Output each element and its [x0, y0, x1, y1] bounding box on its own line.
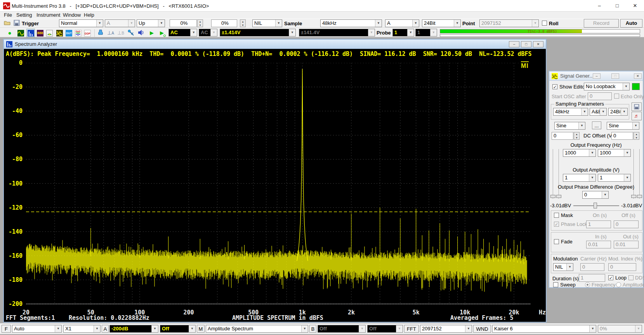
coupling-a-combo[interactable]: AC▼ — [168, 29, 197, 36]
trigger-level-spinner[interactable]: ▴ ▾ — [197, 19, 203, 27]
mask-on-field[interactable]: 1 — [586, 220, 611, 228]
siggen-channel-combo[interactable]: A&B▼ — [590, 108, 607, 116]
carrier-field[interactable]: 0 — [580, 263, 604, 271]
channel-combo[interactable]: A▼ — [385, 19, 419, 27]
level-slider-track-a1[interactable] — [553, 149, 554, 199]
show-editor-checkbox[interactable]: ✓ — [552, 84, 557, 89]
ground-b-button[interactable]: ⊥B — [116, 29, 125, 37]
app-close-button[interactable]: ✕ — [626, 0, 644, 12]
trigger-delay-spinner[interactable]: ▴ ▾ — [240, 19, 246, 27]
dc-offset-b-spinner[interactable]: ▴ ▾ — [634, 132, 639, 140]
siggen-run-button[interactable] — [632, 83, 640, 90]
modulation-combo[interactable]: NIL▼ — [553, 263, 573, 271]
sweep-checkbox[interactable] — [553, 282, 558, 287]
siggen-save-button[interactable] — [632, 102, 642, 111]
phase-combo[interactable]: 0▼ — [582, 191, 609, 199]
loop-checkbox[interactable]: ✓ — [608, 275, 613, 280]
level-slider-thumb-a2[interactable] — [556, 195, 561, 198]
ddp-viewer-button[interactable]: DDP — [83, 29, 92, 37]
freq-axis-combo[interactable]: Auto▼ — [12, 325, 62, 333]
siggen-close-button[interactable]: ✕ — [634, 73, 642, 79]
trigger-source-combo[interactable]: A▼ — [105, 19, 135, 27]
sweep-frequency-radio[interactable] — [585, 282, 590, 287]
coupling-b-combo[interactable]: AC▼ — [199, 29, 217, 36]
mask-off-field[interactable]: 0 — [614, 220, 639, 228]
siggen-maximize-button[interactable]: □ — [611, 73, 619, 79]
menu-instrument[interactable]: Instrument — [35, 12, 62, 18]
level-slider-thumb-b1[interactable] — [631, 195, 636, 198]
trigger-edge-combo[interactable]: Up▼ — [137, 19, 165, 27]
sound-device-button[interactable] — [137, 29, 145, 37]
phase-lock-checkbox[interactable]: ✓ — [554, 222, 559, 227]
multimeter-button[interactable]: 888 — [36, 29, 44, 37]
dc-offset-b-field[interactable]: 0 — [611, 132, 633, 140]
mode-combo[interactable]: Amplitude Spectrum▼ — [206, 325, 308, 333]
hpf-combo[interactable]: NIL▼ — [252, 19, 282, 27]
wave-editor-button[interactable]: ... — [592, 122, 601, 129]
siggen-rate-combo[interactable]: 48kHz▼ — [553, 108, 588, 116]
siggen-notes-button[interactable]: ♬ — [632, 112, 642, 120]
app-maximize-button[interactable]: □ — [608, 0, 626, 12]
spectrum-window-titlebar[interactable]: Spectrum Analyzer – □ ✕ — [4, 40, 546, 49]
output-freq-b-combo[interactable]: 1000▼ — [598, 149, 631, 157]
loopback-combo[interactable]: No Loopback▼ — [584, 83, 630, 90]
auto-button[interactable]: Auto — [620, 19, 642, 28]
a-shift-combo[interactable]: Off▼ — [160, 325, 196, 333]
fade-out-field[interactable]: 0.01 — [614, 241, 639, 248]
roll-checkbox[interactable] — [542, 21, 547, 26]
trigger-level-field[interactable]: 0% — [170, 19, 197, 27]
a-range-combo[interactable]: -200dB▼ — [109, 325, 158, 333]
level-slider-track-b1[interactable] — [634, 149, 634, 199]
menu-help[interactable]: Help — [82, 12, 96, 18]
run-stop-button[interactable]: ● — [5, 29, 14, 37]
siggen-minimize-button[interactable]: – — [593, 73, 601, 79]
record-button[interactable]: Record — [584, 19, 619, 28]
output-freq-a-combo[interactable]: 1000▼ — [563, 149, 596, 157]
x-magnify-combo[interactable]: X1▼ — [63, 325, 101, 333]
spectrum-minimize-button[interactable]: – — [509, 41, 519, 47]
signal-generator-button[interactable] — [55, 29, 64, 37]
sample-rate-combo[interactable]: 48kHz▼ — [320, 19, 382, 27]
start-osc-field[interactable]: 0 — [588, 92, 612, 100]
siggen-bits-combo[interactable]: 24Bit▼ — [608, 108, 628, 116]
b-shift-combo[interactable]: Off▼ — [367, 325, 403, 333]
spectrum-plot[interactable] — [26, 63, 531, 304]
mod-index-field[interactable]: 0 — [608, 263, 636, 271]
output-amp-b-combo[interactable]: 1▼ — [598, 174, 631, 182]
spectrum-restore-button[interactable]: □ — [521, 41, 531, 47]
menu-file[interactable]: File — [2, 12, 14, 18]
sweep-amplitude-radio[interactable] — [616, 282, 621, 287]
multi-trace-button[interactable] — [74, 29, 82, 37]
trigger-delay-field[interactable]: 0% — [211, 19, 237, 27]
overlap-combo[interactable]: 0%▼ — [598, 325, 642, 333]
dc-offset-a-spinner[interactable]: ▴ ▾ — [574, 132, 580, 140]
play-button[interactable]: ▶ — [148, 29, 156, 37]
echo-only-checkbox[interactable] — [614, 94, 619, 99]
fft-size-combo[interactable]: 2097152▼ — [420, 325, 472, 333]
menu-window[interactable]: Window — [61, 12, 82, 18]
app-minimize-button[interactable]: – — [590, 0, 608, 12]
siggen-titlebar[interactable]: Signal Gener... – □ ✕ — [549, 71, 643, 81]
probe-a-combo[interactable]: 1▼ — [392, 29, 414, 36]
probe-b-combo[interactable]: 1▼ — [415, 29, 437, 36]
play-loop-button[interactable]: ▶ — [158, 29, 166, 37]
waveform-b-combo[interactable]: Sine▼ — [607, 122, 639, 130]
range-b-combo[interactable]: ±141.4V▼ — [299, 29, 375, 36]
range-a-combo[interactable]: ±1.414V▼ — [220, 29, 296, 36]
b-range-combo[interactable]: Off▼ — [318, 325, 366, 333]
output-amp-a-combo[interactable]: 1▼ — [563, 174, 596, 182]
oscilloscope-button[interactable] — [16, 29, 25, 37]
level-slider-track-a2[interactable] — [559, 149, 559, 199]
mask-checkbox[interactable] — [554, 213, 559, 218]
bit-depth-combo[interactable]: 24Bit▼ — [422, 19, 461, 27]
level-slider-thumb-a1[interactable] — [550, 195, 555, 198]
spectrum-close-button[interactable]: ✕ — [533, 41, 543, 47]
save-button[interactable] — [12, 19, 21, 28]
probe-calibration-button[interactable] — [127, 29, 135, 37]
ground-a-button[interactable]: ⊥A — [106, 29, 115, 37]
dc-offset-a-field[interactable]: 0 — [552, 132, 573, 140]
fade-in-field[interactable]: 0.01 — [586, 241, 611, 248]
device-test-plan-button[interactable]: DUT — [64, 29, 73, 37]
level-slider-thumb-b2[interactable] — [637, 195, 642, 198]
fade-checkbox[interactable] — [554, 239, 559, 244]
